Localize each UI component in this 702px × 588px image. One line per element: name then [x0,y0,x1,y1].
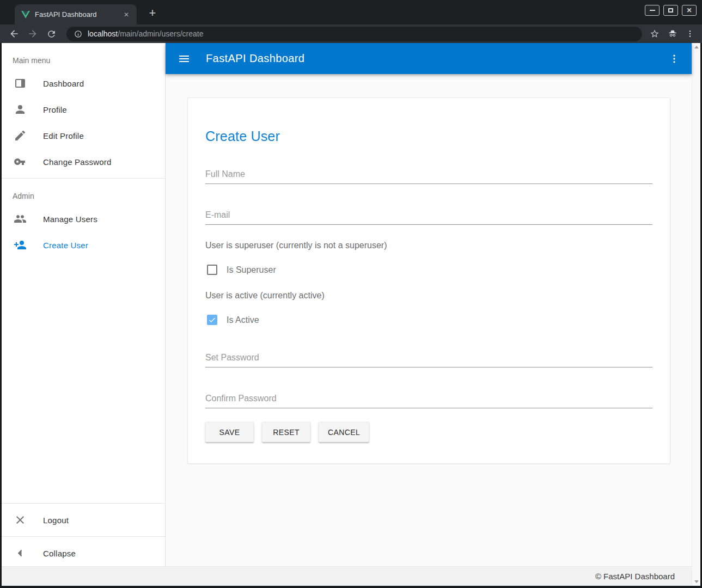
sidebar-item-label: Change Password [43,157,112,167]
save-button[interactable]: SAVE [205,422,254,442]
star-icon[interactable] [650,29,660,39]
page-title: Create User [205,128,652,144]
window-controls: ✕ [645,5,697,16]
tab-strip: FastAPI Dashboard ✕ + ✕ [0,0,702,24]
sidebar-item-label: Edit Profile [43,131,84,140]
url-path: /main/admin/users/create [118,29,203,38]
appbar-kebab-icon[interactable] [669,53,680,64]
address-bar[interactable]: localhost/main/admin/users/create [66,27,642,41]
sidebar-section-admin-label: Admin [2,182,165,206]
close-icon [14,513,27,526]
sidebar-divider [2,536,165,537]
browser-window: FastAPI Dashboard ✕ + ✕ localhost/main/a… [0,0,702,588]
key-icon [14,155,27,168]
form-actions: SAVE RESET CANCEL [205,422,652,442]
sidebar-item-label: Manage Users [43,215,97,224]
info-icon[interactable] [74,30,82,38]
url-text: localhost/main/admin/users/create [88,29,203,38]
footer-copyright: © FastAPI Dashboard [595,572,675,581]
tab-title: FastAPI Dashboard [35,10,117,19]
forward-icon[interactable] [25,26,40,41]
is-active-checkbox[interactable] [207,315,217,325]
active-helper-text: User is active (currently active) [205,291,652,301]
email-field[interactable] [205,208,652,225]
pencil-icon [14,129,27,142]
main-area: FastAPI Dashboard Create User User is su… [166,43,692,566]
checkmark-icon [208,316,216,324]
sidebar-item-profile[interactable]: Profile [2,96,165,122]
full-name-field[interactable] [205,167,652,184]
window-minimize-button[interactable] [645,5,660,16]
is-superuser-checkbox-row[interactable]: Is Superuser [205,265,652,275]
url-host: localhost [88,29,118,38]
set-password-field[interactable] [205,351,652,367]
sidebar-item-edit-profile[interactable]: Edit Profile [2,122,165,149]
browser-menu-kebab-icon[interactable] [686,29,694,38]
scrollbar[interactable] [692,43,700,586]
sidebar-item-manage-users[interactable]: Manage Users [2,206,165,232]
chevron-left-icon [14,547,27,560]
sidebar: Main menu Dashboard Profile [2,43,166,566]
sidebar-item-collapse[interactable]: Collapse [2,540,165,566]
dashboard-icon [14,77,27,90]
sidebar-divider [2,503,165,504]
sidebar-item-label: Dashboard [43,79,84,88]
cancel-button[interactable]: CANCEL [319,422,369,442]
window-maximize-button[interactable] [663,5,678,16]
app-bar: FastAPI Dashboard [166,43,692,74]
page-content: Main menu Dashboard Profile [0,43,702,588]
scrollbar-up-arrow-icon[interactable] [694,46,699,48]
is-active-checkbox-row[interactable]: Is Active [205,315,652,325]
sidebar-item-change-password[interactable]: Change Password [2,149,165,175]
back-icon[interactable] [7,26,22,41]
people-icon [14,212,27,225]
is-active-label: Is Active [227,315,259,325]
vue-logo-icon [21,11,30,19]
reload-icon[interactable] [44,26,59,41]
sidebar-item-label: Logout [43,516,69,525]
sidebar-section-main-label: Main menu [2,46,165,70]
new-tab-button[interactable]: + [145,6,160,20]
sidebar-item-label: Profile [43,105,67,114]
sidebar-item-logout[interactable]: Logout [2,507,165,533]
browser-toolbar: localhost/main/admin/users/create [0,24,702,43]
sidebar-item-dashboard[interactable]: Dashboard [2,70,165,96]
reset-button[interactable]: RESET [262,422,310,442]
hamburger-icon[interactable] [178,52,191,65]
confirm-password-field[interactable] [205,391,652,408]
is-superuser-checkbox[interactable] [207,265,217,275]
person-add-icon [14,238,27,252]
person-icon [14,103,27,116]
toolbar-right [650,29,697,39]
tab-close-icon[interactable]: ✕ [121,10,131,20]
page-footer: © FastAPI Dashboard [2,566,692,586]
appbar-title: FastAPI Dashboard [206,52,669,65]
incognito-icon [667,29,678,39]
create-user-card: Create User User is superuser (currently… [187,97,670,464]
workspace: Create User User is superuser (currently… [166,74,692,566]
sidebar-divider [2,178,165,179]
sidebar-item-label: Collapse [43,549,76,558]
scrollbar-down-arrow-icon[interactable] [694,580,699,583]
sidebar-item-create-user[interactable]: Create User [2,232,165,258]
window-close-button[interactable]: ✕ [682,5,697,16]
sidebar-item-label: Create User [43,241,88,250]
superuser-helper-text: User is superuser (currently is not a su… [205,241,652,250]
is-superuser-label: Is Superuser [227,265,276,275]
browser-tab[interactable]: FastAPI Dashboard ✕ [15,4,137,24]
